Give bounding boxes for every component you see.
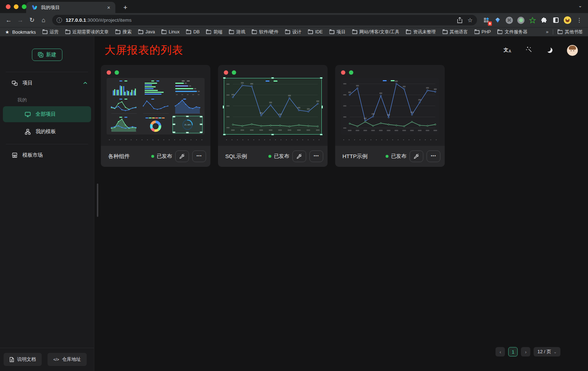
magic-wand-button[interactable] (526, 46, 533, 54)
minimize-window-button[interactable] (14, 4, 18, 9)
new-tab-button[interactable]: + (121, 4, 129, 13)
other-bookmarks-label: 其他书签 (565, 29, 583, 35)
forward-button[interactable]: → (15, 15, 25, 25)
bookmark-folder[interactable]: 运营 (42, 29, 59, 35)
sidebar-item-all-projects[interactable]: 全部项目 (3, 106, 91, 122)
more-icon: ••• (197, 153, 202, 158)
bookmark-folder[interactable]: 软件/硬件 (252, 29, 278, 35)
bookmark-folder[interactable]: 设计 (285, 29, 301, 35)
selection-handle[interactable] (320, 77, 322, 79)
folder-icon (229, 30, 234, 34)
bookmark-folder[interactable]: PHP (474, 29, 491, 35)
project-preview-thumbnail[interactable] (341, 78, 439, 135)
sidebar-item-my-templates[interactable]: 我的模板 (3, 124, 91, 140)
bookmark-folder[interactable]: IDE (308, 29, 323, 35)
url-text[interactable]: 127.0.0.1:3000/#/project/items (66, 17, 453, 23)
more-actions-button[interactable]: ••• (309, 151, 323, 162)
tampermonkey-icon[interactable]: 9 (482, 16, 490, 24)
selection-handle[interactable] (271, 77, 274, 79)
template-flow-icon (25, 129, 31, 135)
sidebar-section-project[interactable]: 项目 (0, 75, 94, 91)
published-dot-icon (268, 155, 271, 158)
more-icon: ••• (314, 153, 319, 158)
gem-extension-icon[interactable] (494, 16, 502, 24)
tab-close-icon[interactable]: × (106, 4, 112, 11)
chevron-up-icon[interactable] (83, 82, 87, 84)
prev-page-button[interactable]: ‹ (496, 347, 505, 356)
bookmark-folder[interactable]: Linux (161, 29, 180, 35)
folder-icon (138, 30, 143, 34)
bookmark-folder-label: 网站/博客/文章/工具 (359, 29, 399, 35)
sidebar-toggle-icon[interactable] (552, 16, 560, 24)
other-bookmarks-folder[interactable]: 其他书签 (558, 29, 583, 35)
project-preview-thumbnail[interactable] (224, 78, 322, 135)
url-bar[interactable]: i 127.0.0.1:3000/#/project/items ☆ (52, 15, 477, 25)
dark-mode-moon-icon[interactable] (547, 48, 552, 53)
sidebar-item-template-market[interactable]: 模板市场 (0, 147, 94, 163)
selection-handle[interactable] (320, 134, 322, 135)
project-card[interactable]: 25.00% 各种组件 已发布 ••• (101, 65, 210, 167)
bookmarks-star-icon: ★ (5, 29, 9, 35)
star-extension-icon[interactable] (529, 16, 536, 24)
bookmark-folder[interactable]: Java (138, 29, 155, 35)
bookmark-folder[interactable]: 项目 (329, 29, 346, 35)
bookmark-folder[interactable]: 搜索 (115, 29, 132, 35)
bookmark-folder-label: 项目 (337, 29, 346, 35)
bookmark-star-icon[interactable]: ☆ (468, 17, 473, 24)
back-button[interactable]: ← (4, 15, 14, 25)
command-extension-icon[interactable]: ⌘ (505, 16, 513, 24)
bookmark-folder[interactable]: 其他语言 (443, 29, 468, 35)
status-label: 已发布 (157, 153, 172, 160)
selection-handle[interactable] (223, 77, 226, 79)
extension-badge: 9 (488, 21, 492, 26)
project-card[interactable]: HTTP示例 已发布 ••• (335, 65, 445, 167)
edit-project-button[interactable] (175, 151, 189, 162)
url-host: 127.0.0.1 (66, 17, 86, 23)
sidebar-bottom-bar: 说明文档 </> 仓库地址 (0, 348, 94, 371)
edit-project-button[interactable] (410, 151, 423, 162)
emoji-extension-icon[interactable] (563, 16, 571, 24)
tab-search-chevron-icon[interactable]: ⌄ (578, 3, 582, 8)
bookmarks-root[interactable]: ★ Bookmarks (5, 29, 36, 35)
bookmark-folder[interactable]: 游戏 (229, 29, 245, 35)
sidebar-group-mine: 我的 (0, 91, 94, 106)
selection-handle[interactable] (321, 106, 323, 108)
share-icon[interactable] (457, 17, 462, 23)
zoom-window-button[interactable] (22, 4, 26, 9)
bookmark-folder-label: 设计 (292, 29, 301, 35)
page-size-select[interactable]: 12 / 页 ⌄ (534, 347, 560, 356)
site-info-icon[interactable]: i (57, 17, 62, 23)
more-actions-button[interactable]: ••• (192, 151, 206, 162)
bookmark-folder[interactable]: 文件服务器 (497, 29, 527, 35)
project-preview-thumbnail[interactable]: 25.00% (107, 78, 205, 135)
edit-project-button[interactable] (292, 151, 306, 162)
bookmark-folder[interactable]: 前端 (206, 29, 222, 35)
recorder-extension-icon[interactable] (517, 16, 525, 24)
scrollbar-thumb[interactable] (97, 184, 98, 217)
language-toggle-button[interactable]: 文A (503, 48, 511, 53)
reload-button[interactable]: ↻ (27, 15, 37, 25)
new-project-button[interactable]: 新建 (32, 49, 62, 61)
repo-button[interactable]: </> 仓库地址 (48, 353, 87, 366)
project-card[interactable]: SQL示例 已发布 ••• (218, 65, 328, 167)
bookmarks-overflow-chevron[interactable]: » (546, 29, 548, 34)
extensions-puzzle-icon[interactable] (540, 16, 548, 24)
next-page-button[interactable]: › (521, 347, 530, 356)
bookmark-folder[interactable]: 网站/博客/文章/工具 (352, 29, 399, 35)
folder-icon (497, 30, 502, 34)
user-avatar[interactable] (567, 45, 578, 56)
browser-tab[interactable]: 我的项目 × (26, 2, 115, 13)
home-button[interactable]: ⌂ (38, 15, 49, 25)
chrome-menu-icon[interactable]: ⋮ (574, 17, 584, 24)
selection-handle[interactable] (271, 134, 274, 135)
selection-handle[interactable] (223, 134, 226, 135)
bookmark-folder[interactable]: DB (186, 29, 200, 35)
bookmark-folder[interactable]: 资讯未整理 (406, 29, 436, 35)
current-page-button[interactable]: 1 (508, 347, 518, 356)
selection-handle[interactable] (223, 106, 224, 108)
new-project-label: 新建 (46, 51, 56, 58)
close-window-button[interactable] (6, 4, 11, 9)
docs-button[interactable]: 说明文档 (4, 353, 42, 366)
more-actions-button[interactable]: ••• (427, 151, 440, 162)
bookmark-folder[interactable]: 近期需要读的文章 (65, 29, 109, 35)
